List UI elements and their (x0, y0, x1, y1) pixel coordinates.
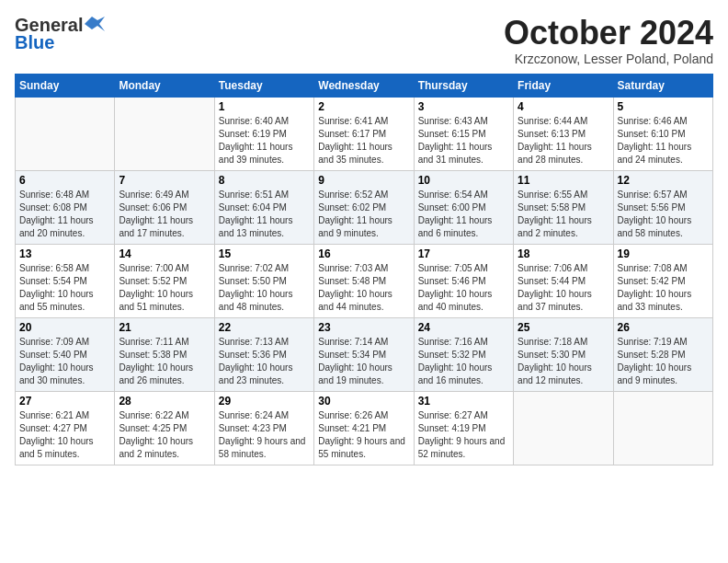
day-number: 24 (418, 321, 509, 334)
day-detail: Sunrise: 6:44 AM Sunset: 6:13 PM Dayligh… (518, 115, 609, 167)
day-number: 25 (518, 321, 609, 334)
header-saturday: Saturday (613, 74, 712, 97)
day-detail: Sunrise: 6:55 AM Sunset: 5:58 PM Dayligh… (518, 189, 609, 240)
calendar-cell: 2Sunrise: 6:41 AM Sunset: 6:17 PM Daylig… (314, 97, 414, 170)
day-number: 8 (219, 174, 310, 187)
day-detail: Sunrise: 6:52 AM Sunset: 6:02 PM Dayligh… (318, 189, 409, 240)
calendar-cell: 6Sunrise: 6:48 AM Sunset: 6:08 PM Daylig… (16, 170, 115, 244)
calendar-week-4: 20Sunrise: 7:09 AM Sunset: 5:40 PM Dayli… (16, 317, 713, 391)
day-detail: Sunrise: 7:06 AM Sunset: 5:44 PM Dayligh… (518, 262, 609, 314)
calendar-cell: 13Sunrise: 6:58 AM Sunset: 5:54 PM Dayli… (16, 244, 115, 317)
calendar-cell (514, 391, 613, 465)
day-number: 7 (119, 174, 210, 187)
calendar-cell: 24Sunrise: 7:16 AM Sunset: 5:32 PM Dayli… (414, 317, 513, 391)
calendar-cell: 7Sunrise: 6:49 AM Sunset: 6:06 PM Daylig… (115, 170, 214, 244)
calendar-cell: 3Sunrise: 6:43 AM Sunset: 6:15 PM Daylig… (414, 97, 513, 170)
day-detail: Sunrise: 6:58 AM Sunset: 5:54 PM Dayligh… (19, 262, 110, 314)
day-number: 17 (418, 247, 509, 260)
day-detail: Sunrise: 7:18 AM Sunset: 5:30 PM Dayligh… (518, 336, 609, 387)
calendar-cell: 23Sunrise: 7:14 AM Sunset: 5:34 PM Dayli… (314, 317, 414, 391)
page-header: General Blue October 2024 Krzczonow, Les… (15, 15, 713, 66)
calendar-cell: 20Sunrise: 7:09 AM Sunset: 5:40 PM Dayli… (16, 317, 115, 391)
day-detail: Sunrise: 6:43 AM Sunset: 6:15 PM Dayligh… (418, 115, 509, 167)
day-detail: Sunrise: 7:05 AM Sunset: 5:46 PM Dayligh… (418, 262, 509, 314)
day-number: 18 (518, 247, 609, 260)
calendar-cell: 11Sunrise: 6:55 AM Sunset: 5:58 PM Dayli… (514, 170, 613, 244)
day-detail: Sunrise: 7:09 AM Sunset: 5:40 PM Dayligh… (19, 336, 110, 387)
day-detail: Sunrise: 7:16 AM Sunset: 5:32 PM Dayligh… (418, 336, 509, 387)
calendar-week-2: 6Sunrise: 6:48 AM Sunset: 6:08 PM Daylig… (16, 170, 713, 244)
calendar-header-row: SundayMondayTuesdayWednesdayThursdayFrid… (16, 74, 713, 97)
calendar-cell: 29Sunrise: 6:24 AM Sunset: 4:23 PM Dayli… (214, 391, 313, 465)
day-number: 11 (518, 174, 609, 187)
calendar-cell: 31Sunrise: 6:27 AM Sunset: 4:19 PM Dayli… (414, 391, 513, 465)
calendar-cell: 14Sunrise: 7:00 AM Sunset: 5:52 PM Dayli… (115, 244, 214, 317)
day-detail: Sunrise: 6:41 AM Sunset: 6:17 PM Dayligh… (318, 115, 409, 167)
day-number: 1 (219, 100, 310, 113)
day-number: 16 (318, 247, 409, 260)
day-number: 29 (219, 395, 310, 408)
calendar-cell (16, 97, 115, 170)
day-detail: Sunrise: 6:51 AM Sunset: 6:04 PM Dayligh… (219, 189, 310, 240)
calendar-cell: 30Sunrise: 6:26 AM Sunset: 4:21 PM Dayli… (314, 391, 414, 465)
day-number: 2 (318, 100, 409, 113)
day-number: 27 (19, 395, 110, 408)
day-number: 12 (618, 174, 709, 187)
day-detail: Sunrise: 7:13 AM Sunset: 5:36 PM Dayligh… (219, 336, 310, 387)
day-number: 31 (418, 395, 509, 408)
day-detail: Sunrise: 6:24 AM Sunset: 4:23 PM Dayligh… (219, 409, 310, 461)
day-detail: Sunrise: 6:21 AM Sunset: 4:27 PM Dayligh… (19, 409, 110, 461)
day-number: 9 (318, 174, 409, 187)
day-number: 13 (19, 247, 110, 260)
day-number: 26 (618, 321, 709, 334)
day-detail: Sunrise: 6:49 AM Sunset: 6:06 PM Dayligh… (119, 189, 210, 240)
day-detail: Sunrise: 6:57 AM Sunset: 5:56 PM Dayligh… (618, 189, 709, 240)
day-number: 28 (119, 395, 210, 408)
calendar-cell: 12Sunrise: 6:57 AM Sunset: 5:56 PM Dayli… (613, 170, 712, 244)
day-number: 30 (318, 395, 409, 408)
day-number: 23 (318, 321, 409, 334)
day-number: 14 (119, 247, 210, 260)
header-monday: Monday (115, 74, 214, 97)
calendar-table: SundayMondayTuesdayWednesdayThursdayFrid… (15, 74, 713, 465)
day-number: 5 (618, 100, 709, 113)
day-detail: Sunrise: 7:14 AM Sunset: 5:34 PM Dayligh… (318, 336, 409, 387)
day-number: 19 (618, 247, 709, 260)
calendar-cell: 19Sunrise: 7:08 AM Sunset: 5:42 PM Dayli… (613, 244, 712, 317)
day-detail: Sunrise: 7:03 AM Sunset: 5:48 PM Dayligh… (318, 262, 409, 314)
header-thursday: Thursday (414, 74, 513, 97)
header-wednesday: Wednesday (314, 74, 414, 97)
calendar-cell: 8Sunrise: 6:51 AM Sunset: 6:04 PM Daylig… (214, 170, 313, 244)
calendar-week-3: 13Sunrise: 6:58 AM Sunset: 5:54 PM Dayli… (16, 244, 713, 317)
location-subtitle: Krzczonow, Lesser Poland, Poland (504, 52, 713, 66)
day-number: 4 (518, 100, 609, 113)
calendar-cell (613, 391, 712, 465)
logo: General Blue (15, 15, 105, 53)
month-title: October 2024 (504, 15, 713, 52)
day-detail: Sunrise: 6:48 AM Sunset: 6:08 PM Dayligh… (19, 189, 110, 240)
calendar-cell: 22Sunrise: 7:13 AM Sunset: 5:36 PM Dayli… (214, 317, 313, 391)
day-number: 3 (418, 100, 509, 113)
day-number: 20 (19, 321, 110, 334)
day-detail: Sunrise: 6:46 AM Sunset: 6:10 PM Dayligh… (618, 115, 709, 167)
calendar-cell: 15Sunrise: 7:02 AM Sunset: 5:50 PM Dayli… (214, 244, 313, 317)
header-friday: Friday (514, 74, 613, 97)
calendar-cell: 18Sunrise: 7:06 AM Sunset: 5:44 PM Dayli… (514, 244, 613, 317)
calendar-cell: 4Sunrise: 6:44 AM Sunset: 6:13 PM Daylig… (514, 97, 613, 170)
title-section: October 2024 Krzczonow, Lesser Poland, P… (504, 15, 713, 66)
day-detail: Sunrise: 7:02 AM Sunset: 5:50 PM Dayligh… (219, 262, 310, 314)
day-detail: Sunrise: 6:54 AM Sunset: 6:00 PM Dayligh… (418, 189, 509, 240)
svg-marker-0 (85, 17, 105, 31)
day-detail: Sunrise: 6:27 AM Sunset: 4:19 PM Dayligh… (418, 409, 509, 461)
header-tuesday: Tuesday (214, 74, 313, 97)
calendar-cell: 26Sunrise: 7:19 AM Sunset: 5:28 PM Dayli… (613, 317, 712, 391)
calendar-cell (115, 97, 214, 170)
day-detail: Sunrise: 6:40 AM Sunset: 6:19 PM Dayligh… (219, 115, 310, 167)
day-detail: Sunrise: 7:19 AM Sunset: 5:28 PM Dayligh… (618, 336, 709, 387)
calendar-cell: 5Sunrise: 6:46 AM Sunset: 6:10 PM Daylig… (613, 97, 712, 170)
day-number: 21 (119, 321, 210, 334)
day-number: 22 (219, 321, 310, 334)
calendar-cell: 16Sunrise: 7:03 AM Sunset: 5:48 PM Dayli… (314, 244, 414, 317)
header-sunday: Sunday (16, 74, 115, 97)
calendar-cell: 9Sunrise: 6:52 AM Sunset: 6:02 PM Daylig… (314, 170, 414, 244)
